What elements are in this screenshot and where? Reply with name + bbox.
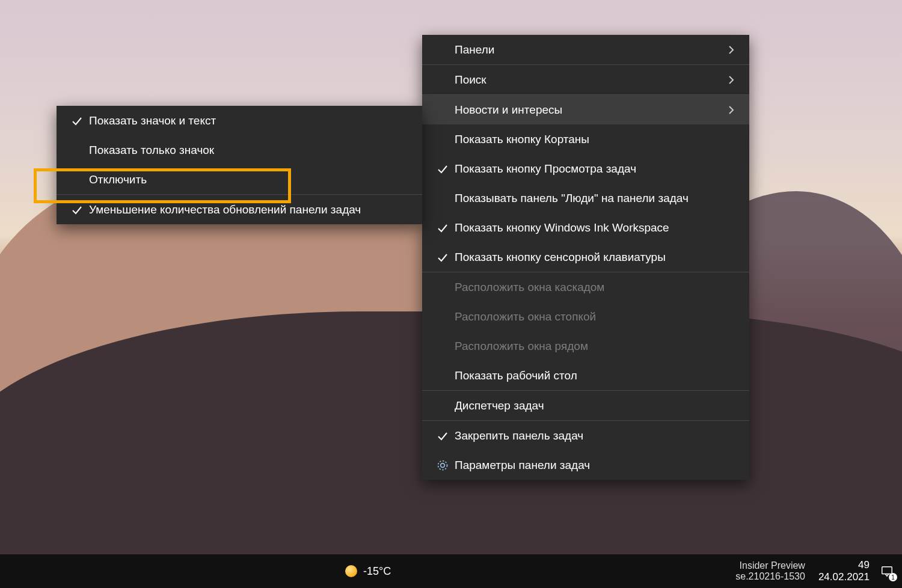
- menu-label: Показать рабочий стол: [455, 369, 718, 382]
- menu-item-ink[interactable]: Показать кнопку Windows Ink Workspace: [422, 213, 749, 242]
- news-interests-submenu: Показать значок и текст Показать только …: [57, 106, 422, 224]
- gear-icon: [437, 459, 449, 471]
- taskbar-context-menu: Панели Поиск Новости и интересы Показать…: [422, 35, 749, 480]
- submenu-item-icon-text[interactable]: Показать значок и текст: [57, 106, 422, 135]
- check-icon: [71, 204, 83, 216]
- menu-label: Показать кнопку сенсорной клавиатуры: [455, 251, 718, 264]
- menu-item-search[interactable]: Поиск: [422, 65, 749, 94]
- menu-label: Уменьшение количества обновлений панели …: [89, 203, 409, 216]
- menu-item-show-desktop[interactable]: Показать рабочий стол: [422, 361, 749, 390]
- menu-label: Показать значок и текст: [89, 114, 409, 127]
- menu-label: Закрепить панель задач: [455, 429, 718, 443]
- menu-label: Расположить окна стопкой: [455, 310, 718, 323]
- menu-label: Показать кнопку Windows Ink Workspace: [455, 221, 718, 234]
- menu-item-cascade: Расположить окна каскадом: [422, 272, 749, 302]
- menu-label: Показывать панель "Люди" на панели задач: [455, 192, 718, 205]
- menu-label: Отключить: [89, 173, 409, 186]
- chevron-right-icon: [726, 45, 736, 55]
- weather-sun-icon: [345, 565, 357, 577]
- weather-temp: -15°C: [363, 565, 391, 578]
- check-icon: [437, 251, 449, 263]
- menu-item-stack: Расположить окна стопкой: [422, 302, 749, 331]
- taskbar[interactable]: -15°C Insider Preview se.210216-1530 49 …: [0, 554, 902, 588]
- svg-rect-2: [882, 567, 892, 574]
- menu-item-task-manager[interactable]: Диспетчер задач: [422, 391, 749, 420]
- menu-item-news-interests[interactable]: Новости и интересы: [422, 95, 749, 124]
- menu-item-sidebyside: Расположить окна рядом: [422, 331, 749, 361]
- taskbar-clock[interactable]: 49 24.02.2021: [812, 559, 876, 583]
- check-icon: [437, 163, 449, 175]
- submenu-item-reduce-updates[interactable]: Уменьшение количества обновлений панели …: [57, 195, 422, 224]
- menu-label: Параметры панели задач: [455, 459, 718, 472]
- submenu-item-disable[interactable]: Отключить: [57, 165, 422, 194]
- menu-label: Расположить окна каскадом: [455, 281, 718, 294]
- menu-item-taskbar-settings[interactable]: Параметры панели задач: [422, 450, 749, 480]
- svg-point-1: [438, 461, 447, 470]
- menu-label: Показать только значок: [89, 144, 409, 157]
- menu-label: Расположить окна рядом: [455, 340, 718, 353]
- check-icon: [437, 222, 449, 234]
- menu-item-lock-taskbar[interactable]: Закрепить панель задач: [422, 421, 749, 450]
- menu-label: Новости и интересы: [455, 103, 718, 117]
- menu-item-touch-keyboard[interactable]: Показать кнопку сенсорной клавиатуры: [422, 242, 749, 272]
- check-icon: [71, 115, 83, 127]
- chevron-right-icon: [726, 75, 736, 85]
- menu-label: Показать кнопку Кортаны: [455, 133, 718, 146]
- menu-label: Поиск: [455, 73, 718, 87]
- build-watermark: Insider Preview se.210216-1530: [735, 560, 810, 583]
- menu-item-people[interactable]: Показывать панель "Люди" на панели задач: [422, 183, 749, 213]
- menu-label: Диспетчер задач: [455, 399, 718, 412]
- menu-label: Показать кнопку Просмотра задач: [455, 162, 718, 176]
- weather-widget[interactable]: -15°C: [337, 565, 735, 578]
- menu-item-taskview[interactable]: Показать кнопку Просмотра задач: [422, 154, 749, 183]
- clock-time: 49: [818, 559, 870, 571]
- svg-point-0: [441, 463, 445, 467]
- check-icon: [437, 430, 449, 442]
- menu-item-cortana[interactable]: Показать кнопку Кортаны: [422, 124, 749, 154]
- submenu-item-icon-only[interactable]: Показать только значок: [57, 135, 422, 165]
- menu-item-panels[interactable]: Панели: [422, 35, 749, 64]
- action-center-icon[interactable]: [878, 562, 896, 580]
- menu-label: Панели: [455, 43, 718, 57]
- clock-date: 24.02.2021: [818, 571, 870, 583]
- chevron-right-icon: [726, 105, 736, 115]
